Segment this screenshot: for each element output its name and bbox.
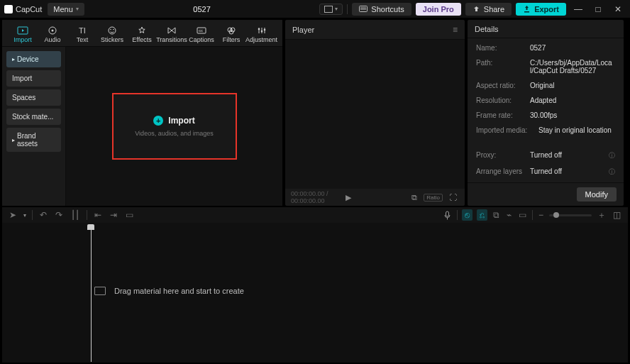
playhead-knob[interactable]: [87, 224, 94, 230]
info-icon[interactable]: ⓘ: [609, 167, 615, 177]
import-dropzone[interactable]: + Import Videos, audios, and images: [112, 93, 237, 160]
sidebar-item-stock-mate-[interactable]: Stock mate...: [6, 109, 61, 125]
tab-label: Audio: [44, 36, 60, 43]
sidebar-item-import[interactable]: Import: [6, 70, 61, 87]
detail-val-aspect: Original: [530, 82, 615, 89]
filters-icon: [225, 26, 238, 35]
undo-icon[interactable]: ↶: [38, 210, 48, 220]
timeline-toolbar: ➤ ▾ ↶ ↷ ⎮⎮ ⇤ ⇥ ▭ ⎋ ⎌ ⧉ ⌁ ▭ − ＋ ◫: [2, 207, 628, 223]
tab-adjustment[interactable]: Adjustment: [246, 23, 277, 46]
delete-icon[interactable]: ▭: [124, 210, 135, 220]
tab-import[interactable]: Import: [8, 23, 38, 46]
zoom-in-icon[interactable]: ＋: [596, 209, 607, 221]
aspect-button[interactable]: ▾: [319, 4, 343, 15]
player-panel: Player ≡ 00:00:00.00 / 00:00:00.00 ▶ ⧉ R…: [285, 20, 465, 206]
capcut-logo-icon: [4, 5, 13, 13]
timeline-hint: Drag material here and start to create: [94, 287, 244, 295]
fit-icon[interactable]: ◫: [612, 210, 622, 220]
sidebar-item-brand-assets[interactable]: ▸Brand assets: [6, 128, 61, 152]
pointer-tool-icon[interactable]: ➤: [8, 210, 18, 220]
plus-icon: +: [153, 116, 163, 126]
export-button[interactable]: Export: [516, 3, 566, 16]
playhead[interactable]: [87, 224, 94, 362]
detail-key-name: Name:: [476, 44, 526, 52]
player-header: Player ≡: [285, 20, 465, 40]
detail-val-path: C:/Users/bj/AppData/Local/CapCut Drafts/…: [530, 59, 615, 75]
chevron-down-icon: ▾: [76, 6, 79, 12]
menu-button[interactable]: Menu ▾: [48, 3, 84, 16]
zoom-out-icon[interactable]: −: [537, 210, 545, 220]
workspace: ImportAudioTITextStickersEffectsTransiti…: [0, 18, 630, 207]
svg-point-22: [263, 29, 265, 31]
info-icon[interactable]: ⓘ: [609, 151, 615, 160]
tab-text[interactable]: TIText: [67, 23, 97, 46]
modify-button[interactable]: Modify: [577, 187, 617, 202]
detail-key-imported: Imported media:: [476, 126, 534, 134]
trim-right-icon[interactable]: ⇥: [109, 210, 118, 220]
tab-effects[interactable]: Effects: [127, 23, 157, 46]
tab-transitions[interactable]: Transitions: [157, 23, 187, 46]
clip-icon: [94, 287, 106, 295]
separator: [347, 4, 348, 14]
media-tabs: ImportAudioTITextStickersEffectsTransiti…: [2, 20, 282, 47]
split-icon[interactable]: ⎮⎮: [70, 210, 81, 220]
align-icon[interactable]: ⌁: [505, 210, 513, 220]
project-title: 0527: [90, 5, 314, 13]
separator: [532, 210, 533, 220]
tab-stickers[interactable]: Stickers: [97, 23, 127, 46]
share-label: Share: [484, 5, 504, 13]
close-button[interactable]: ✕: [610, 4, 626, 14]
details-footer: Modify: [468, 182, 624, 206]
ratio-button[interactable]: Ratio: [424, 194, 443, 202]
app-logo: CapCut: [4, 5, 42, 13]
magnet-main-icon[interactable]: ⎋: [462, 209, 472, 221]
svg-point-20: [260, 31, 262, 33]
tab-label: Import: [13, 36, 32, 43]
magnet-track-icon[interactable]: ⎌: [477, 209, 487, 221]
maximize-button[interactable]: □: [590, 4, 606, 14]
chevron-down-icon[interactable]: ▾: [23, 212, 26, 219]
redo-icon[interactable]: ↷: [54, 210, 64, 220]
share-button[interactable]: Share: [465, 3, 512, 16]
sidebar-item-device[interactable]: ▸Device: [6, 51, 61, 67]
detail-val-layers: Turned off: [530, 167, 604, 177]
chevron-right-icon: ▸: [12, 137, 15, 143]
detail-val-resolution: Adapted: [530, 96, 615, 104]
tab-label: Captions: [189, 36, 214, 43]
svg-text:TI: TI: [79, 26, 86, 35]
zoom-slider-thumb[interactable]: [553, 212, 559, 218]
tab-captions[interactable]: ccCaptions: [187, 23, 216, 46]
shortcuts-button[interactable]: Shortcuts: [352, 3, 411, 16]
play-button[interactable]: ▶: [343, 193, 353, 202]
detail-key-proxy: Proxy:: [476, 151, 526, 160]
join-pro-button[interactable]: Join Pro: [416, 3, 461, 16]
detail-val-framerate: 30.00fps: [530, 111, 615, 119]
adjustment-icon: [255, 26, 268, 35]
timeline[interactable]: Drag material here and start to create: [2, 223, 628, 363]
player-menu-icon[interactable]: ≡: [453, 25, 458, 35]
sidebar-item-spaces[interactable]: Spaces: [6, 89, 61, 106]
sidebar-item-label: Spaces: [12, 94, 35, 101]
app-name: CapCut: [16, 5, 42, 13]
snapshot-icon[interactable]: ⧉: [409, 193, 419, 202]
share-icon: [472, 6, 480, 13]
preview-icon[interactable]: ▭: [517, 210, 528, 220]
player-viewport[interactable]: [285, 40, 465, 189]
separator: [87, 210, 87, 220]
tab-filters[interactable]: Filters: [216, 23, 246, 46]
import-title: Import: [168, 116, 194, 126]
timeline-hint-text: Drag material here and start to create: [114, 287, 244, 295]
details-panel: Details Name:0527 Path:C:/Users/bj/AppDa…: [468, 20, 624, 206]
fullscreen-icon[interactable]: ⛶: [447, 193, 459, 202]
captions-icon: cc: [195, 26, 208, 35]
player-timecode: 00:00:00.00 / 00:00:00.00: [291, 190, 339, 204]
titlebar: CapCut Menu ▾ 0527 ▾ Shortcuts Join Pro …: [0, 0, 630, 18]
minimize-button[interactable]: —: [570, 4, 586, 14]
tab-audio[interactable]: Audio: [38, 23, 67, 46]
mic-icon[interactable]: [442, 211, 453, 220]
menu-label: Menu: [53, 5, 73, 13]
trim-left-icon[interactable]: ⇤: [93, 210, 103, 220]
player-controls: 00:00:00.00 / 00:00:00.00 ▶ ⧉ Ratio ⛶: [285, 189, 465, 206]
link-icon[interactable]: ⧉: [492, 210, 501, 220]
zoom-slider[interactable]: [549, 214, 592, 216]
